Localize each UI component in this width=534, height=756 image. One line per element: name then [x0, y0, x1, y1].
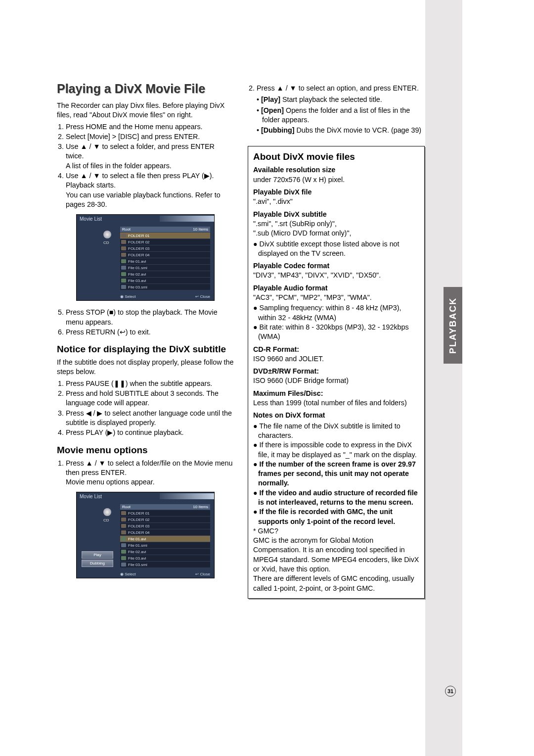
notice-2: Press and hold SUBTITLE about 3 seconds.…	[66, 389, 234, 408]
gmc-para-1: GMC is the acronym for Global Motion Com…	[253, 536, 419, 574]
step-4-text: Use ▲ / ▼ to select a file then press PL…	[66, 172, 214, 189]
note-1: ● The file name of the DivX subtitle is …	[253, 422, 419, 441]
file-icon	[121, 272, 126, 276]
intro-text: The Recorder can play Divx files. Before…	[57, 101, 234, 120]
ss-count: 10 Items	[193, 505, 208, 509]
steps-list-a: Press HOME and the Home menu appears. Se…	[57, 122, 234, 210]
page-number: 31	[445, 686, 456, 697]
note-3: ● If the number of the screen frame is o…	[253, 460, 419, 488]
menu-step-1-text: Press ▲ / ▼ to select a folder/file on t…	[66, 459, 232, 476]
ss-row: File 01.smi	[120, 264, 210, 271]
folder-icon	[121, 234, 126, 237]
ss-row-label: FOLDER 02	[128, 240, 150, 244]
spec-audio-b2: ● Bit rate: within 8 - 320kbps (MP3), 32…	[253, 323, 419, 342]
ss-row: File 02.avi	[120, 271, 210, 277]
ss-row-label: File 02.avi	[128, 550, 146, 554]
ss-row-label: FOLDER 04	[128, 253, 150, 257]
note-2-text: If there is impossible code to express i…	[258, 441, 417, 458]
ss-row: File 02.avi	[120, 548, 210, 555]
ss-header: Root 10 Items	[120, 227, 210, 232]
notice-1: Press PAUSE (❚❚) when the subtitle appea…	[66, 379, 234, 388]
step-6: Press RETURN (↩) to exit.	[66, 328, 234, 337]
step-3-text: Use ▲ / ▼ to select a folder, and press …	[66, 142, 215, 160]
option-play: • [Play] Start playback the selected tit…	[257, 95, 425, 104]
ss-row-label: File 03.avi	[128, 556, 146, 561]
note-1-text: The file name of the DivX subtitle is li…	[258, 422, 400, 439]
file-icon	[121, 550, 126, 554]
gmc-question: * GMC?	[253, 526, 419, 536]
ss-title: Movie List	[80, 216, 102, 222]
ss-row-label: File 03.smi	[128, 563, 147, 567]
note-5-text: If the file is recorded with GMC, the un…	[258, 508, 395, 525]
note-5: ● If the file is recorded with GMC, the …	[253, 507, 419, 526]
cd-icon	[103, 508, 111, 516]
note-3-text: If the number of the screen frame is ove…	[258, 460, 416, 487]
ss-row-label: File 03.avi	[128, 279, 146, 283]
ss-row-label: File 01.avi	[128, 259, 146, 264]
file-icon	[121, 537, 126, 541]
spec-max-text: Less than 1999 (total number of files an…	[253, 398, 419, 408]
side-strip	[425, 0, 462, 756]
step-3: Use ▲ / ▼ to select a folder, and press …	[66, 142, 234, 171]
ss-title: Movie List	[80, 494, 102, 499]
spec-cdr-text: ISO 9660 and JOLIET.	[253, 354, 419, 364]
ss-row-label: FOLDER 01	[128, 511, 150, 516]
ss-root: Root	[122, 505, 131, 509]
ss-row: FOLDER 01	[120, 232, 210, 238]
spec-dvd-text: ISO 9660 (UDF Bridge format)	[253, 376, 419, 385]
file-icon	[121, 259, 126, 263]
menu-step-1-sub: Movie menu options appear.	[66, 478, 155, 486]
step-5: Press STOP (■) to stop the playback. The…	[66, 308, 234, 327]
menu-step-2: Press ▲ / ▼ to select an option, and pre…	[257, 84, 425, 93]
notice-3: Press ◀ / ▶ to select another language c…	[66, 409, 234, 428]
folder-icon	[121, 518, 126, 521]
folder-icon	[121, 530, 126, 534]
ss-row-label: File 01.smi	[128, 543, 147, 548]
ss-footer: ◉ Select ↩ Close	[120, 294, 210, 299]
ss-row-label: File 01.smi	[128, 266, 147, 270]
file-icon	[121, 556, 126, 560]
ss-header: Root 10 Items	[120, 504, 210, 510]
ss-footer: ◉ Select ↩ Close	[120, 572, 210, 576]
ss-row-label: File 02.avi	[128, 272, 146, 277]
notice-intro: If the subtitle does not display properl…	[57, 358, 234, 377]
heading-about-divx: About DivX movie files	[253, 151, 419, 162]
spec-audio-b1-text: Sampling frequency: within 8 - 48 kHz (M…	[258, 304, 401, 321]
step-1: Press HOME and the Home menu appears.	[66, 122, 234, 132]
spec-audio-text: "AC3", "PCM", "MP2", "MP3", "WMA".	[253, 293, 419, 302]
ss-root: Root	[122, 227, 131, 232]
file-icon	[121, 285, 126, 289]
ss-gradient	[160, 216, 214, 222]
cd-label: CD	[103, 240, 109, 245]
spec-sub-head: Playable DivX subtitle	[253, 210, 419, 219]
folder-icon	[121, 524, 126, 528]
spec-file-head: Playable DivX file	[253, 188, 419, 197]
ss-row-label: FOLDER 03	[128, 246, 150, 251]
spec-sub-bullet: ● DivX subtitle except those listed abov…	[253, 239, 419, 259]
ss-row: FOLDER 01	[120, 510, 210, 516]
spec-res-text: under 720x576 (W x H) pixel.	[253, 175, 419, 185]
heading-menu-options: Movie menu options	[57, 445, 234, 456]
option-open: • [Open] Opens the folder and a list of …	[257, 106, 425, 125]
folder-icon	[121, 511, 126, 515]
ss-row: FOLDER 02	[120, 516, 210, 522]
menu-steps: Press ▲ / ▼ to select a folder/file on t…	[57, 459, 234, 487]
ss-list: Root 10 Items FOLDER 01 FOLDER 02 FOLDER…	[120, 504, 210, 567]
spec-notes-head: Notes on DivX format	[253, 411, 419, 420]
menu-step-1: Press ▲ / ▼ to select a folder/file on t…	[66, 459, 234, 487]
ss-count: 10 Items	[193, 227, 208, 232]
step-4-sub: You can use variable playback functions.…	[66, 191, 221, 208]
menu-steps-cont: Press ▲ / ▼ to select an option, and pre…	[248, 84, 425, 93]
option-dubbing: • [Dubbing] Dubs the DivX movie to VCR. …	[257, 126, 425, 135]
spec-sub-text2: ".sub (Micro DVD format only)",	[253, 229, 419, 238]
file-icon	[121, 279, 126, 283]
ss-row-label: FOLDER 04	[128, 530, 150, 535]
spec-codec-head: Playable Codec format	[253, 261, 419, 271]
option-open-label: [Open]	[261, 106, 284, 114]
ss-row-label: File 01.avi	[128, 537, 146, 541]
option-list: • [Play] Start playback the selected tit…	[257, 95, 425, 135]
option-dubbing-label: [Dubbing]	[261, 126, 294, 134]
folder-icon	[121, 246, 126, 250]
ss-close: ↩ Close	[195, 294, 210, 299]
ss-gradient	[160, 493, 214, 499]
